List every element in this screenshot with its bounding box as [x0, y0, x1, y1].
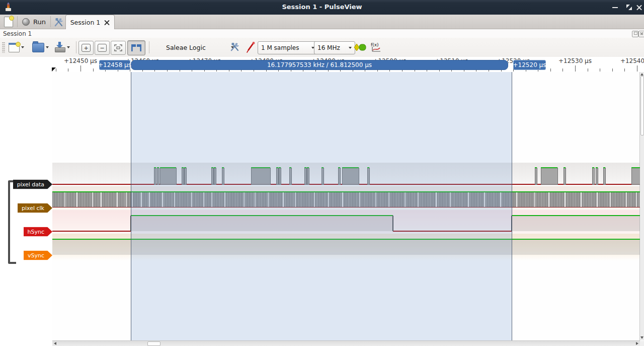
- close-icon: [636, 5, 642, 10]
- open-button[interactable]: [31, 40, 50, 54]
- zoom-in-button[interactable]: +: [78, 41, 94, 55]
- title-bar[interactable]: Session 1 - PulseView: [0, 0, 644, 15]
- tab-session-1[interactable]: Session 1: [65, 15, 115, 30]
- run-label: Run: [33, 18, 46, 26]
- zoom-in-icon: +: [82, 44, 91, 52]
- channels-button[interactable]: [246, 42, 256, 55]
- device-name: Saleae Logic: [166, 44, 206, 51]
- trace-view[interactable]: [52, 72, 640, 340]
- channel-tag-hsync[interactable]: hSync: [24, 227, 52, 237]
- dropdown-caret-icon[interactable]: [46, 46, 49, 48]
- minimize-icon: [612, 7, 618, 8]
- sample-count-select[interactable]: 1 M samples: [258, 41, 318, 54]
- device-select[interactable]: Saleae Logic: [166, 41, 234, 53]
- pulseview-window: { "window": { "title": "Session 1 - Puls…: [0, 0, 644, 346]
- cursor-range-band[interactable]: 16.177957533 kHz / 61.812500 µs: [131, 60, 508, 70]
- ruler-tick: [600, 68, 600, 72]
- sample-count-value: 1 M samples: [261, 44, 299, 51]
- ruler-tick: [637, 65, 637, 72]
- vertical-scrollbar[interactable]: [639, 72, 644, 340]
- settings-button[interactable]: [53, 17, 64, 30]
- math-fx-icon: f(x): [371, 42, 382, 52]
- cursor-left-flag[interactable]: +12458 µs: [99, 60, 130, 70]
- toolbar-handle[interactable]: [2, 42, 5, 53]
- ruler-tick: [550, 68, 551, 72]
- ruler-label: +12530 µs: [558, 57, 592, 64]
- channel-tag-pixel-clk[interactable]: pixel clk: [18, 203, 52, 213]
- maximize-icon: [626, 5, 632, 10]
- scroll-left-icon[interactable]: [54, 342, 56, 345]
- horizontal-scroll-thumb[interactable]: [147, 341, 160, 346]
- ruler-label: +12450 µs: [64, 57, 97, 64]
- dropdown-caret-icon[interactable]: [21, 46, 24, 48]
- zoom-fit-icon: [114, 44, 122, 51]
- decoder-icon: [354, 43, 367, 52]
- configure-device-button[interactable]: [229, 41, 240, 54]
- open-folder-icon: [32, 43, 44, 52]
- dropdown-caret-icon: [349, 47, 352, 49]
- sample-rate-select[interactable]: 16 MHz: [314, 41, 355, 54]
- channel-tag-pixel-data[interactable]: pixel data: [13, 180, 52, 189]
- scroll-right-icon[interactable]: [636, 342, 638, 345]
- new-view-icon: [9, 43, 20, 52]
- channel-group-bracket[interactable]: [8, 180, 16, 264]
- probe-icon: [246, 42, 256, 53]
- close-button[interactable]: [633, 0, 644, 15]
- tab-close-icon[interactable]: [104, 20, 110, 25]
- main-tab-bar: Run Session 1: [0, 15, 644, 29]
- window-title: Session 1 - PulseView: [0, 3, 644, 11]
- cursor-flag-icon: [131, 44, 136, 51]
- scroll-down-icon[interactable]: [640, 336, 643, 339]
- scrollbar-corner: [640, 341, 644, 346]
- cursor-flag-icon: [137, 44, 141, 51]
- cursor-selection-overlay[interactable]: [131, 72, 512, 340]
- horizontal-scrollbar[interactable]: [52, 340, 640, 346]
- ruler-label: +12540 µs: [620, 57, 644, 64]
- show-cursors-toggle[interactable]: [127, 40, 145, 55]
- vertical-scroll-thumb[interactable]: [640, 76, 644, 135]
- dock-float-button[interactable]: [632, 31, 638, 37]
- ruler-tick: [624, 68, 625, 72]
- separator: [76, 41, 76, 53]
- zoom-out-icon: −: [98, 44, 107, 52]
- tab-label: Session 1: [70, 19, 101, 26]
- svg-text:f(x): f(x): [371, 42, 379, 47]
- dock-close-button[interactable]: [638, 31, 644, 37]
- add-decoder-button[interactable]: [354, 43, 367, 54]
- add-math-channel-button[interactable]: f(x): [371, 42, 382, 54]
- float-icon: [634, 32, 637, 35]
- ruler-origin-marker-icon[interactable]: [52, 67, 56, 72]
- scroll-up-icon[interactable]: [640, 73, 643, 76]
- zoom-out-button[interactable]: −: [95, 41, 110, 55]
- new-view-button[interactable]: [7, 40, 26, 54]
- new-session-button[interactable]: [3, 16, 18, 28]
- ruler-tick: [562, 68, 563, 72]
- dock-header: Session 1: [0, 29, 644, 38]
- minimize-button[interactable]: [609, 0, 621, 15]
- new-session-icon: [4, 17, 13, 27]
- wrench-screwdriver-icon: [229, 41, 240, 52]
- run-led-icon: [22, 18, 30, 26]
- wrench-icon: [53, 17, 64, 28]
- ruler-tick: [575, 65, 576, 72]
- dock-title: Session 1: [3, 30, 32, 37]
- main-toolbar: + − Saleae Logic 1 M samples 16: [0, 38, 644, 57]
- cursor-right-flag[interactable]: +12520 µs: [513, 60, 546, 70]
- run-button[interactable]: Run: [20, 16, 48, 28]
- ruler-tick: [80, 65, 81, 72]
- dropdown-caret-icon[interactable]: [67, 46, 70, 48]
- save-icon: [54, 42, 65, 52]
- ruler-tick: [93, 68, 94, 72]
- channel-tag-vsync[interactable]: vSync: [24, 251, 52, 260]
- ruler-tick: [68, 68, 68, 72]
- ruler-tick: [588, 68, 588, 72]
- save-button[interactable]: [53, 40, 71, 54]
- separator: [149, 41, 149, 53]
- zoom-fit-button[interactable]: [111, 41, 126, 55]
- ruler-tick: [612, 68, 613, 72]
- separator: [50, 16, 51, 27]
- sample-rate-value: 16 MHz: [317, 44, 340, 51]
- separator: [17, 16, 18, 27]
